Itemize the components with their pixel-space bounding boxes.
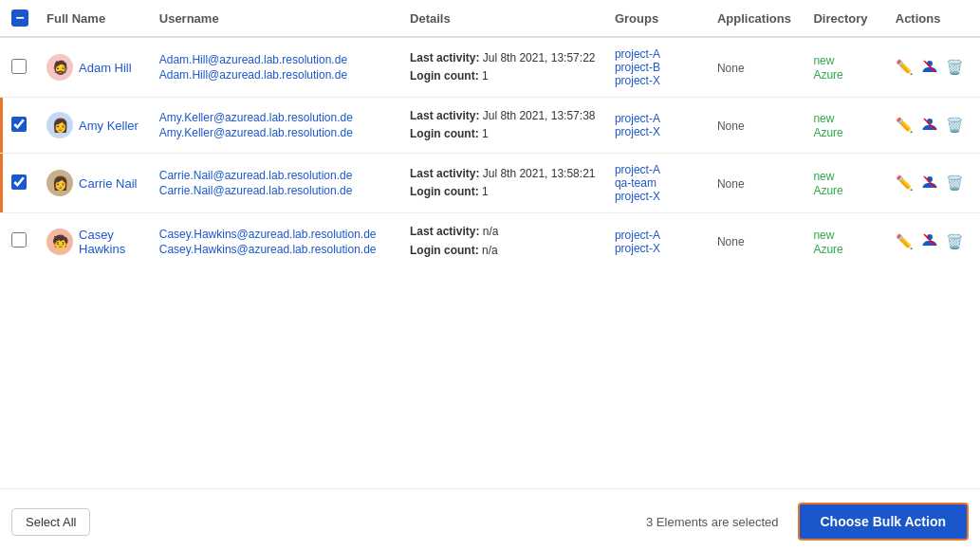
- group-link-adam-hill-project-A[interactable]: project-A: [615, 47, 702, 61]
- username-display-adam-hill[interactable]: Adam.Hill@azuread.lab.resolution.de: [159, 53, 395, 66]
- delete-icon-casey-hawkins[interactable]: 🗑️: [946, 233, 964, 250]
- username-display-casey-hawkins[interactable]: Casey.Hawkins@azuread.lab.resolution.de: [159, 228, 395, 241]
- footer: Select All 3 Elements are selected Choos…: [0, 488, 980, 550]
- applications-amy-keller: None: [710, 98, 806, 154]
- actions-casey-hawkins: ✏️🗑️: [888, 213, 980, 269]
- groups-amy-keller: project-Aproject-X: [607, 98, 710, 154]
- avatar-carrie-nail: 👩: [46, 170, 73, 196]
- delete-icon-amy-keller[interactable]: 🗑️: [946, 117, 964, 134]
- block-icon-carrie-nail[interactable]: [921, 174, 938, 193]
- full-name-casey-hawkins: Casey Hawkins: [79, 228, 144, 256]
- details-casey-hawkins: Last activity: n/aLogin count: n/a: [402, 213, 607, 269]
- block-icon-adam-hill[interactable]: [921, 58, 938, 78]
- user-name-link-amy-keller[interactable]: 👩Amy Keller: [46, 112, 144, 138]
- block-icon-amy-keller[interactable]: [921, 116, 938, 136]
- actions-carrie-nail: ✏️🗑️: [888, 154, 980, 213]
- selected-indicator: [0, 98, 3, 153]
- details-adam-hill: Last activity: Jul 8th 2021, 13:57:22Log…: [402, 37, 607, 98]
- block-icon-casey-hawkins[interactable]: [921, 231, 938, 251]
- avatar-casey-hawkins: 🧒: [46, 229, 73, 255]
- checkbox-amy-keller[interactable]: [11, 117, 27, 132]
- user-name-link-carrie-nail[interactable]: 👩Carrie Nail: [46, 170, 144, 196]
- elements-selected-text: 3 Elements are selected: [646, 515, 778, 529]
- delete-icon-adam-hill[interactable]: 🗑️: [946, 59, 964, 76]
- col-applications: Applications: [710, 0, 806, 37]
- user-name-link-adam-hill[interactable]: 🧔Adam Hill: [46, 54, 144, 81]
- username-display-amy-keller[interactable]: Amy.Keller@azuread.lab.resolution.de: [159, 111, 395, 124]
- col-directory: Directory: [805, 0, 887, 37]
- edit-icon-adam-hill[interactable]: ✏️: [896, 59, 914, 76]
- bulk-action-button[interactable]: Choose Bulk Action: [798, 503, 970, 541]
- col-details: Details: [402, 0, 607, 37]
- delete-icon-carrie-nail[interactable]: 🗑️: [946, 174, 964, 192]
- groups-carrie-nail: project-Aqa-teamproject-X: [607, 154, 710, 213]
- username-link-adam-hill[interactable]: Adam.Hill@azuread.lab.resolution.de: [159, 68, 395, 82]
- group-link-amy-keller-project-X[interactable]: project-X: [615, 125, 702, 138]
- user-name-link-casey-hawkins[interactable]: 🧒Casey Hawkins: [46, 228, 144, 256]
- applications-value-casey-hawkins: None: [717, 235, 745, 248]
- users-table: Full Name Username Details Groups Applic…: [0, 0, 980, 269]
- table-row: 👩Amy KellerAmy.Keller@azuread.lab.resolu…: [0, 98, 980, 154]
- applications-value-amy-keller: None: [717, 119, 745, 133]
- details-carrie-nail: Last activity: Jul 8th 2021, 13:58:21Log…: [402, 154, 607, 213]
- select-all-button[interactable]: Select All: [11, 508, 90, 536]
- group-link-adam-hill-project-B[interactable]: project-B: [615, 61, 702, 74]
- username-link-casey-hawkins[interactable]: Casey.Hawkins@azuread.lab.resolution.de: [159, 243, 395, 256]
- applications-casey-hawkins: None: [710, 213, 806, 269]
- group-link-adam-hill-project-X[interactable]: project-X: [615, 74, 702, 87]
- table-row: 🧔Adam HillAdam.Hill@azuread.lab.resoluti…: [0, 37, 980, 98]
- applications-adam-hill: None: [710, 37, 806, 98]
- checkbox-carrie-nail[interactable]: [11, 174, 27, 190]
- actions-adam-hill: ✏️🗑️: [888, 37, 980, 98]
- applications-carrie-nail: None: [710, 154, 806, 213]
- col-full-name: Full Name: [39, 0, 152, 37]
- group-link-carrie-nail-project-X[interactable]: project-X: [615, 190, 702, 203]
- actions-amy-keller: ✏️🗑️: [888, 98, 980, 154]
- full-name-carrie-nail: Carrie Nail: [79, 176, 137, 191]
- username-link-carrie-nail[interactable]: Carrie.Nail@azuread.lab.resolution.de: [159, 184, 395, 197]
- avatar-adam-hill: 🧔: [46, 54, 73, 81]
- checkbox-casey-hawkins[interactable]: [11, 232, 27, 248]
- footer-right: 3 Elements are selected Choose Bulk Acti…: [646, 503, 969, 541]
- directory-link-carrie-nail[interactable]: newAzure: [813, 170, 842, 197]
- directory-link-amy-keller[interactable]: newAzure: [813, 112, 842, 139]
- col-actions: Actions: [888, 0, 980, 37]
- col-groups: Groups: [607, 0, 710, 37]
- main-container: Full Name Username Details Groups Applic…: [0, 0, 980, 550]
- details-amy-keller: Last activity: Jul 8th 2021, 13:57:38Log…: [402, 98, 607, 154]
- group-link-amy-keller-project-A[interactable]: project-A: [615, 112, 702, 125]
- directory-adam-hill: newAzure: [805, 37, 887, 98]
- edit-icon-casey-hawkins[interactable]: ✏️: [896, 233, 914, 250]
- group-link-carrie-nail-qa-team[interactable]: qa-team: [615, 176, 702, 190]
- full-name-adam-hill: Adam Hill: [79, 61, 132, 75]
- directory-link-adam-hill[interactable]: newAzure: [813, 54, 842, 82]
- edit-icon-amy-keller[interactable]: ✏️: [896, 117, 914, 134]
- directory-link-casey-hawkins[interactable]: newAzure: [813, 229, 842, 256]
- select-all-checkbox[interactable]: [11, 9, 28, 27]
- applications-value-carrie-nail: None: [717, 177, 745, 191]
- table-row: 👩Carrie NailCarrie.Nail@azuread.lab.reso…: [0, 154, 980, 213]
- group-link-casey-hawkins-project-X[interactable]: project-X: [615, 242, 702, 255]
- directory-carrie-nail: newAzure: [805, 154, 887, 213]
- username-link-amy-keller[interactable]: Amy.Keller@azuread.lab.resolution.de: [159, 126, 395, 139]
- username-display-carrie-nail[interactable]: Carrie.Nail@azuread.lab.resolution.de: [159, 169, 395, 182]
- edit-icon-carrie-nail[interactable]: ✏️: [896, 174, 914, 192]
- directory-amy-keller: newAzure: [805, 98, 887, 154]
- applications-value-adam-hill: None: [717, 62, 745, 75]
- full-name-amy-keller: Amy Keller: [79, 119, 139, 133]
- col-username: Username: [152, 0, 402, 37]
- groups-adam-hill: project-Aproject-Bproject-X: [607, 37, 710, 98]
- header-checkbox-cell: [0, 0, 39, 37]
- directory-casey-hawkins: newAzure: [805, 213, 887, 269]
- groups-casey-hawkins: project-Aproject-X: [607, 213, 710, 269]
- avatar-amy-keller: 👩: [46, 112, 73, 138]
- checkbox-adam-hill[interactable]: [11, 59, 27, 74]
- selected-indicator: [0, 154, 3, 212]
- table-row: 🧒Casey HawkinsCasey.Hawkins@azuread.lab.…: [0, 213, 980, 269]
- group-link-carrie-nail-project-A[interactable]: project-A: [615, 163, 702, 176]
- group-link-casey-hawkins-project-A[interactable]: project-A: [615, 229, 702, 242]
